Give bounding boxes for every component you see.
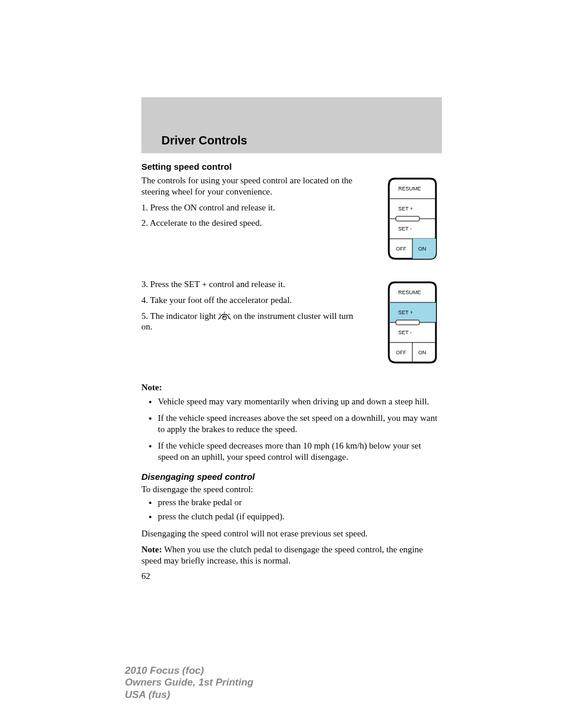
note-item: If the vehicle speed increases above the… [158,413,442,436]
header-band: Driver Controls [141,97,442,153]
kp2-off: OFF [396,350,406,355]
disengage-item: press the clutch pedal (if equipped). [158,511,442,523]
section2-after: Disengaging the speed control will not e… [141,528,442,539]
svg-line-9 [220,314,221,315]
section2-note-body: When you use the clutch pedal to disenga… [141,545,423,565]
step-1: 1. Press the ON control and release it. [141,202,366,213]
footer-region: USA [125,689,148,700]
kp2-setminus: SET - [398,330,412,335]
note-item: Vehicle speed may vary momentarily when … [158,396,442,408]
section2-title: Disengaging speed control [141,472,442,482]
keypad-2-col: RESUME SET + SET - OFF ON [384,279,442,366]
step-5a: 5. The indicator light [141,311,218,321]
intro-text: The controls for using your speed contro… [141,175,366,197]
footer-line-2: Owners Guide, 1st Printing [125,677,253,689]
keypad-diagram-on: RESUME SET + SET - OFF ON [388,177,437,260]
note-item: If the vehicle speed decreases more than… [158,440,442,463]
row-1: The controls for using your speed contro… [141,175,442,262]
kp-resume: RESUME [398,186,421,192]
kp-on: ON [418,246,427,252]
page-content: Driver Controls Setting speed control Th… [141,97,442,581]
disengage-bullets: press the brake pedal or press the clutc… [144,497,442,522]
note-bullets: Vehicle speed may vary momentarily when … [144,396,442,463]
disengage-item: press the brake pedal or [158,497,442,509]
kp-off: OFF [396,246,406,252]
step-5: 5. The indicator light on the instrument… [141,311,366,333]
kp2-setplus: SET + [398,309,413,315]
footer: 2010 Focus (foc) Owners Guide, 1st Print… [125,665,253,701]
svg-line-7 [219,318,220,319]
step-2: 2. Accelerate to the desired speed. [141,218,366,229]
keypad-1-col: RESUME SET + SET - OFF ON [384,175,442,262]
svg-line-6 [223,316,225,318]
section1-title: Setting speed control [141,162,442,172]
svg-rect-4 [396,216,419,221]
section2-intro: To disengage the speed control: [141,484,442,495]
footer-line-1: 2010 Focus (foc) [125,665,253,677]
footer-code1: (foc) [182,665,204,676]
note-label: Note: [141,383,442,393]
header-title: Driver Controls [161,134,247,147]
row-1-text: The controls for using your speed contro… [141,175,366,262]
section2-note: Note: When you use the clutch pedal to d… [141,544,442,566]
kp-setminus: SET - [398,226,412,232]
cruise-indicator-icon [218,312,231,320]
footer-code2: (fus) [148,689,170,700]
step-3: 3. Press the SET + control and release i… [141,279,366,290]
kp2-resume: RESUME [398,289,421,295]
kp2-on: ON [418,350,427,355]
step-4: 4. Take your foot off the accelerator pe… [141,295,366,306]
section2-note-label: Note: [141,545,162,554]
row-2: 3. Press the SET + control and release i… [141,279,442,366]
page-number: 62 [141,571,442,581]
kp-setplus: SET + [398,206,413,212]
svg-rect-17 [396,320,419,325]
row-2-text: 3. Press the SET + control and release i… [141,279,366,366]
svg-line-10 [229,314,230,315]
footer-model: 2010 Focus [125,665,182,676]
svg-line-8 [230,318,231,319]
footer-line-3: USA (fus) [125,689,253,701]
keypad-diagram-setplus: RESUME SET + SET - OFF ON [388,281,437,364]
